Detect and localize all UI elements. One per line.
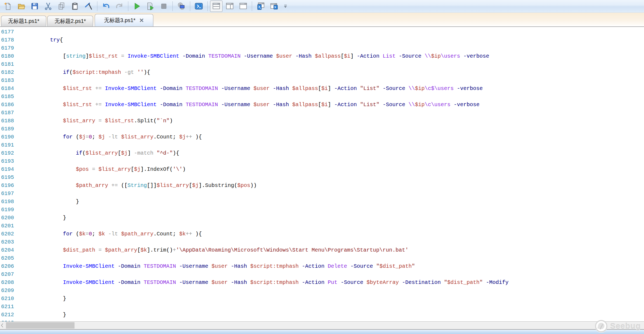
code-line: 6201: [0, 222, 644, 230]
run-selection-button[interactable]: [144, 1, 157, 12]
line-number: 6199: [0, 206, 24, 214]
code-line: 6203: [0, 238, 644, 246]
code-line: 6209: [0, 287, 644, 295]
tab-bar: 无标题1.ps1* 无标题2.ps1* 无标题3.ps1* ✕: [0, 13, 644, 27]
code-line: 6191: [0, 141, 644, 149]
show-script-pane-right-icon: [226, 2, 234, 10]
code-line: 6185: [0, 93, 644, 101]
line-number: 6197: [0, 190, 24, 198]
tab-untitled2[interactable]: 无标题2.ps1*: [47, 16, 93, 26]
undo-button[interactable]: [100, 1, 112, 12]
code-line: 6207: [0, 270, 644, 279]
toolbar-separator: [172, 1, 173, 11]
undo-icon: [102, 2, 110, 10]
clear-console-pane-button[interactable]: [82, 1, 95, 12]
horizontal-scrollbar[interactable]: [0, 321, 644, 329]
tab-untitled1[interactable]: 无标题1.ps1*: [1, 16, 46, 26]
show-script-pane-top-button[interactable]: [210, 1, 222, 12]
code-line: 6190 for ($j=0; $j -lt $list_arry.Count;…: [0, 133, 644, 141]
toolbar: [0, 0, 644, 13]
code-text: $dist_path = $path_arry[$k].trim()+'\App…: [24, 247, 408, 253]
code-line: 6180 [string]$list_rst = Invoke-SMBClien…: [0, 52, 644, 60]
new-script-icon: [4, 2, 12, 10]
scroll-left-arrow-icon[interactable]: [1, 323, 4, 328]
cut-button[interactable]: [42, 1, 54, 12]
code-line: 6195: [0, 173, 644, 182]
seebug-logo-icon: [595, 320, 607, 332]
run-script-icon: [133, 2, 141, 10]
toolbar-separator: [252, 1, 252, 11]
bottom-splitter[interactable]: [0, 329, 644, 334]
line-number: 6182: [0, 68, 24, 76]
stop-operation-button[interactable]: [158, 1, 170, 12]
line-number: 6198: [0, 198, 24, 206]
code-text: [string]$list_rst = Invoke-SMBClient -Do…: [24, 53, 489, 59]
line-number: 6201: [0, 222, 24, 230]
line-number: 6195: [0, 173, 24, 182]
toolbar-separator: [97, 1, 97, 11]
show-script-pane-maximized-button[interactable]: [237, 1, 249, 12]
code-line: 6189: [0, 125, 644, 133]
code-line: 6181: [0, 60, 644, 68]
line-number: 6192: [0, 149, 24, 157]
start-powershell-button[interactable]: [193, 1, 205, 12]
code-text: for ($k=0; $k -lt $path_arry.Count; $k++…: [24, 231, 202, 237]
code-line: 6186 $list_rst += Invoke-SMBClient -Doma…: [0, 101, 644, 109]
code-line: 6179: [0, 44, 644, 52]
run-selection-icon: [146, 2, 154, 10]
code-text: $list_rst += Invoke-SMBClient -Domain TE…: [24, 85, 483, 92]
script-editor-pane[interactable]: 61776178 try{61796180 [string]$list_rst …: [0, 27, 644, 321]
code-line: 6184 $list_rst += Invoke-SMBClient -Doma…: [0, 85, 644, 93]
code-line: 6187: [0, 109, 644, 117]
code-line: 6212 }: [0, 311, 644, 319]
show-script-pane-right-button[interactable]: [224, 1, 236, 12]
line-number: 6185: [0, 93, 24, 101]
code-text: Invoke-SMBClient -Domain TESTDOMAIN -Use…: [24, 279, 509, 286]
horizontal-scrollbar-thumb[interactable]: [6, 322, 75, 329]
new-remote-powershell-tab-button[interactable]: [175, 1, 187, 12]
tab-untitled3[interactable]: 无标题3.ps1* ✕: [95, 14, 153, 26]
tab-label: 无标题2.ps1*: [55, 18, 86, 25]
close-tab-icon[interactable]: ✕: [139, 18, 144, 23]
code-text: }: [24, 312, 66, 318]
toolbar-separator: [190, 1, 190, 11]
script-addon-left-icon: [257, 2, 265, 10]
script-addon-right-button[interactable]: [268, 1, 280, 12]
redo-button[interactable]: [113, 1, 126, 12]
code-text: for ($j=0; $j -lt $list_arry.Count; $j++…: [24, 134, 202, 140]
cut-icon: [44, 2, 52, 10]
line-number: 6212: [0, 311, 24, 319]
code-line: 6213: [0, 319, 644, 321]
redo-icon: [115, 2, 123, 10]
code-text: if($list_arry[$j] -match "^d-"){: [24, 150, 179, 156]
open-script-icon: [17, 2, 25, 10]
script-addon-right-icon: [270, 2, 278, 10]
code-text: }: [24, 215, 66, 221]
code-line: 6198 }: [0, 198, 644, 206]
line-number: 6210: [0, 295, 24, 303]
script-addon-left-button[interactable]: [254, 1, 267, 12]
code-text: Invoke-SMBClient -Domain TESTDOMAIN -Use…: [24, 263, 415, 269]
run-script-button[interactable]: [131, 1, 143, 12]
save-button[interactable]: [29, 1, 41, 12]
open-script-button[interactable]: [15, 1, 27, 12]
powershell-ise-window: 无标题1.ps1* 无标题2.ps1* 无标题3.ps1* ✕ 61776178…: [0, 0, 644, 334]
toolbar-overflow-button[interactable]: [282, 1, 289, 12]
new-script-button[interactable]: [2, 1, 14, 12]
new-remote-powershell-tab-icon: [177, 2, 185, 10]
paste-button[interactable]: [69, 1, 81, 12]
code-text: }: [24, 199, 79, 205]
line-number: 6180: [0, 52, 24, 60]
line-number: 6187: [0, 109, 24, 117]
copy-button[interactable]: [55, 1, 68, 12]
toolbar-overflow-icon: [284, 5, 287, 5]
tab-label: 无标题3.ps1*: [104, 17, 136, 24]
line-number: 6179: [0, 44, 24, 52]
code-line: 6204 $dist_path = $path_arry[$k].trim()+…: [0, 246, 644, 254]
code-text: }: [24, 295, 66, 302]
stop-operation-icon: [160, 2, 168, 10]
start-powershell-icon: [194, 2, 203, 10]
code-line: 6183: [0, 76, 644, 85]
show-script-pane-maximized-icon: [239, 2, 247, 10]
line-number: 6204: [0, 246, 24, 254]
